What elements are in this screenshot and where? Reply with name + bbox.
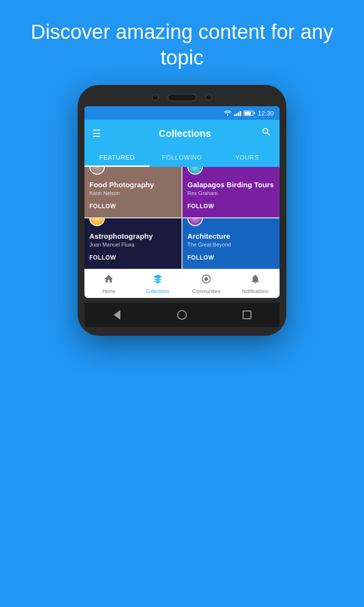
bottom-nav: Home Collections [84,269,280,298]
card-content-food: Food Photography Karin Nelson FOLLOW [84,167,182,217]
status-bar: 12:30 [84,106,280,120]
card-author-arch: The Great Beyond [187,242,275,247]
phone-outer: 12:30 ☰ Collections FEATURED FOLLOWING Y… [78,85,286,336]
card-content-arch: Architecture The Great Beyond FOLLOW [182,218,280,269]
nav-item-communities[interactable]: Communities [182,271,231,297]
phone-screen: 12:30 ☰ Collections FEATURED FOLLOWING Y… [84,106,280,298]
nav-label-communities: Communities [192,289,220,294]
tab-following[interactable]: FOLLOWING [149,147,215,167]
collections-grid: Food Photography Karin Nelson FOLLOW Gal… [84,167,280,269]
card-content-astro: Astrophotography Juan Manuel Fluxa FOLLO… [84,218,182,269]
nav-item-home[interactable]: Home [84,271,133,297]
collection-card-arch[interactable]: Architecture The Great Beyond FOLLOW [182,218,280,269]
tab-yours[interactable]: YOURS [215,147,280,167]
status-time: 12:30 [258,110,274,117]
recents-button[interactable] [240,308,254,322]
search-icon[interactable] [261,127,272,140]
app-bar-title: Collections [109,128,261,139]
card-title-food: Food Photography [89,180,177,189]
status-icons: 12:30 [224,110,274,117]
svg-point-1 [205,277,208,280]
svg-point-0 [227,115,228,116]
card-author-birds: Rex Graham [187,190,275,196]
phone-camera [152,94,159,101]
nav-item-notifications[interactable]: Notifications [231,271,280,297]
card-follow-birds[interactable]: FOLLOW [187,200,275,214]
hero-title: Discover amazing content for any topic [0,0,364,85]
card-title-birds: Galapagos Birding Tours [187,180,275,189]
card-title-astro: Astrophotography [89,232,177,240]
nav-label-notifications: Notifications [242,289,268,294]
notifications-icon [250,274,261,287]
battery-icon [244,111,253,116]
phone-shell: 12:30 ☰ Collections FEATURED FOLLOWING Y… [78,85,286,336]
collection-card-astro[interactable]: Astrophotography Juan Manuel Fluxa FOLLO… [84,218,182,269]
phone-top-bar [84,94,280,101]
nav-item-collections[interactable]: Collections [133,271,182,297]
communities-icon [201,274,212,287]
recents-icon [243,311,251,319]
back-icon [114,310,120,320]
back-button[interactable] [110,308,124,322]
phone-camera-right [205,94,212,101]
signal-icon [234,110,241,116]
app-bar: ☰ Collections [84,120,280,147]
home-icon [103,274,114,287]
card-follow-arch[interactable]: FOLLOW [187,251,275,266]
collection-card-birds[interactable]: Galapagos Birding Tours Rex Graham FOLLO… [182,167,280,217]
card-follow-astro[interactable]: FOLLOW [89,251,177,266]
hamburger-icon[interactable]: ☰ [92,129,101,138]
card-content-birds: Galapagos Birding Tours Rex Graham FOLLO… [182,167,280,217]
tabs-bar: FEATURED FOLLOWING YOURS [84,147,280,167]
phone-system-bar [84,303,280,327]
collection-card-food[interactable]: Food Photography Karin Nelson FOLLOW [84,167,182,217]
collections-icon [152,274,163,287]
nav-label-collections: Collections [146,289,169,294]
home-hardware-icon [177,310,187,320]
card-title-arch: Architecture [187,232,275,240]
card-author-astro: Juan Manuel Fluxa [89,242,177,247]
nav-label-home: Home [102,289,116,294]
wifi-icon [224,110,232,116]
tab-featured[interactable]: FEATURED [84,147,149,167]
card-author-food: Karin Nelson [89,190,177,196]
phone-speaker [167,94,197,101]
card-follow-food[interactable]: FOLLOW [89,200,177,214]
home-button[interactable] [175,308,189,322]
